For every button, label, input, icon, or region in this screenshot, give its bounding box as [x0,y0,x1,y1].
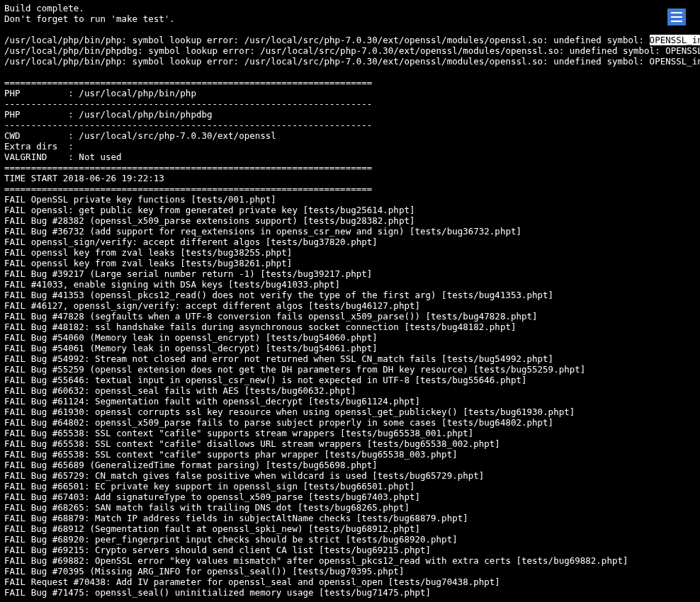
hamburger-icon [671,16,682,18]
fail-line: FAIL Bug #54992: Stream not closed and e… [4,353,553,364]
fail-line: FAIL openssl_sign/verify: accept differe… [4,237,378,247]
fail-line: FAIL Bug #71475: openssl_seal() uninitia… [4,587,431,598]
term-separator: ========================================… [4,77,372,88]
fail-line: FAIL Bug #67403: Add signatureType to op… [4,492,420,502]
fail-line: FAIL Bug #41353 (openssl_pkcs12_read() d… [4,290,553,300]
fail-line: FAIL Bug #68265: SAN match fails with tr… [4,502,410,513]
term-separator: ========================================… [4,183,372,194]
term-line: Build complete. [4,3,84,13]
fail-line: FAIL Bug #65729: CN_match gives false po… [4,470,484,481]
term-line: Extra dirs : [4,141,74,152]
fail-line: FAIL Bug #69882: OpenSSL error "key valu… [4,555,628,566]
fail-line: FAIL Bug #69215: Crypto servers should s… [4,545,431,555]
term-separator: ----------------------------------------… [4,120,372,130]
fail-line: FAIL Bug #68920: peer_fingerprint input … [4,534,458,545]
fail-line: FAIL Bug #66501: EC private key support … [4,481,414,492]
fail-line: FAIL Bug #65689 (GeneralizedTime format … [4,460,378,470]
fail-line: FAIL Bug #60632: openssl_seal fails with… [4,385,356,396]
hamburger-icon [671,21,682,22]
hamburger-icon [671,12,682,13]
term-line: /usr/local/php/bin/php: symbol lookup er… [4,56,700,67]
term-line: /usr/local/php/bin/php: symbol lookup er… [4,35,650,45]
fail-line: FAIL Bug #36732 (add support for req_ext… [4,226,521,237]
fail-line: FAIL Bug #68912 (Segmentation fault at o… [4,523,420,534]
fail-line: FAIL OpenSSL private key functions [test… [4,194,276,205]
term-line: PHP : /usr/local/php/bin/php [4,88,196,98]
menu-button[interactable] [667,8,686,25]
fail-line: FAIL Bug #55646: textual input in openss… [4,375,527,385]
term-line: CWD : /usr/local/src/php-7.0.30/ext/open… [4,130,276,141]
highlighted-symbol: OPENSSL_init_ssl [650,35,700,45]
fail-line: FAIL Bug #48182: ssl handshake fails dur… [4,322,516,332]
terminal-output[interactable]: Build complete. Don't forget to run 'mak… [0,0,700,601]
fail-line: FAIL Bug #65538: SSL context "cafile" su… [4,428,473,438]
fail-line: FAIL Bug #65538: SSL context "cafile" di… [4,438,500,449]
term-line: TIME START 2018-06-26 19:22:13 [4,173,164,183]
term-line: /usr/local/php/bin/phpdbg: symbol lookup… [4,45,700,56]
fail-line: FAIL Request #70438: Add IV parameter fo… [4,577,500,587]
fail-line: FAIL Bug #55259 (openssl extension does … [4,364,585,375]
fail-line: FAIL openssl: get public key from genera… [4,205,414,215]
fail-line: FAIL Bug #65538: SSL context "cafile" su… [4,449,458,460]
term-line: Don't forget to run 'make test'. [4,13,175,24]
fail-line: FAIL openssl key from zval leaks [tests/… [4,258,292,268]
fail-line: FAIL Bug #54061 (Memory leak in openssl_… [4,343,378,353]
fail-line: FAIL #41033, enable signing with DSA key… [4,279,340,290]
term-line: PHP : /usr/local/php/bin/phpdbg [4,109,213,120]
fail-line: FAIL openssl key from zval leaks [tests/… [4,247,292,258]
fail-line: FAIL Bug #64802: openssl_x509_parse fail… [4,417,553,428]
term-separator: ----------------------------------------… [4,98,372,109]
fail-line: FAIL Bug #68879: Match IP address fields… [4,513,468,523]
fail-line: FAIL Bug #47828 (segfaults when a UTF-8 … [4,311,538,322]
fail-line: FAIL Bug #70395 (Missing ARG_INFO for op… [4,566,404,577]
fail-line: FAIL Bug #61124: Segmentation fault with… [4,396,420,407]
fail-line: FAIL Bug #28382 (openssl_x509_parse exte… [4,215,414,226]
fail-line: FAIL #46127, openssl_sign/verify: accept… [4,300,420,311]
term-line: VALGRIND : Not used [4,152,122,162]
fail-line: FAIL Bug #39217 (Large serial number ret… [4,268,372,279]
fail-line: FAIL Bug #61930: openssl corrupts ssl ke… [4,407,575,417]
fail-line: FAIL Bug #54060 (Memory leak in openssl_… [4,332,378,343]
term-separator: ========================================… [4,162,372,173]
